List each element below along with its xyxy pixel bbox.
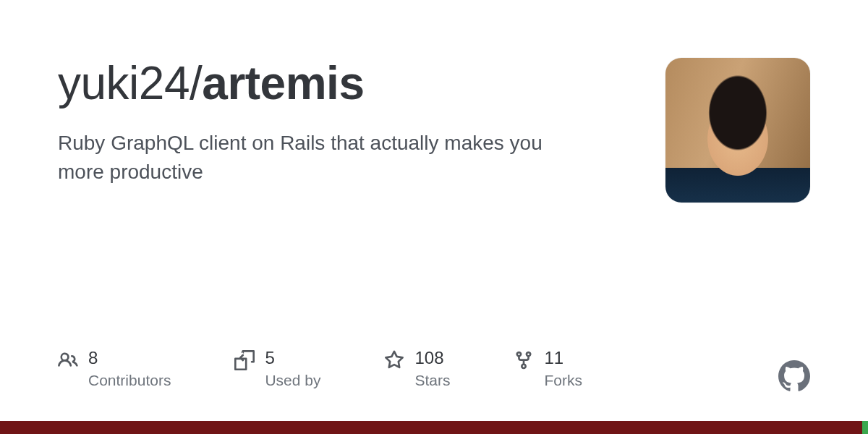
repo-description: Ruby GraphQL client on Rails that actual…	[58, 129, 579, 185]
github-logo-icon	[778, 360, 810, 392]
stat-stars-label: Stars	[414, 371, 450, 389]
stat-forks: 11 Forks	[514, 349, 582, 389]
repo-slash: /	[190, 57, 202, 109]
package-dependents-icon	[234, 350, 255, 370]
people-icon	[58, 350, 78, 370]
star-icon	[384, 350, 404, 370]
stat-stars: 108 Stars	[384, 349, 450, 389]
language-segment	[862, 421, 868, 434]
owner-avatar	[665, 58, 810, 203]
stat-contributors: 8 Contributors	[58, 349, 171, 389]
stat-stars-value: 108	[414, 349, 450, 367]
stat-forks-value: 11	[544, 349, 582, 367]
stat-contributors-value: 8	[88, 349, 171, 367]
repo-title: yuki24/artemis	[58, 58, 637, 109]
stat-forks-label: Forks	[544, 371, 582, 389]
repo-owner: yuki24	[58, 57, 190, 109]
language-bar	[0, 421, 868, 434]
stat-used-by: 5 Used by	[234, 349, 320, 389]
stat-used-by-label: Used by	[265, 371, 320, 389]
repo-name: artemis	[202, 57, 364, 109]
stat-used-by-value: 5	[265, 349, 320, 367]
repo-stats: 8 Contributors 5 Used by 108 Stars	[58, 349, 810, 389]
fork-icon	[514, 350, 534, 370]
stat-contributors-label: Contributors	[88, 371, 171, 389]
language-segment	[0, 421, 862, 434]
